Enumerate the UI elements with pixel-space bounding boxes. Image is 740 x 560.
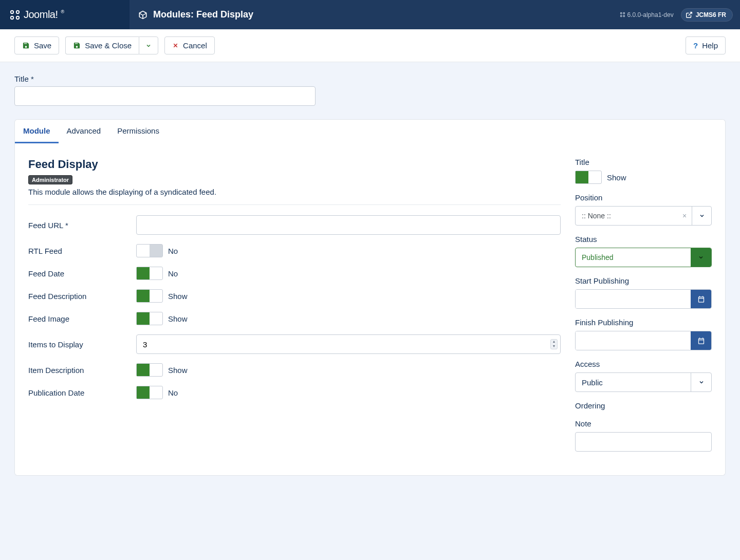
feed-date-text: No: [168, 269, 178, 278]
start-pub-input[interactable]: [576, 290, 691, 308]
page-title-area: Modules: Feed Display: [130, 9, 620, 20]
rtl-feed-label: RTL Feed: [28, 247, 136, 255]
divider: [28, 204, 561, 205]
finish-pub-field: [575, 331, 712, 350]
item-desc-text: Show: [168, 366, 188, 375]
external-link-icon: [686, 11, 693, 18]
finish-pub-calendar-button[interactable]: [691, 331, 711, 350]
module-heading: Feed Display: [28, 158, 561, 171]
help-icon: ?: [693, 41, 698, 50]
app-header: Joomla! ® Modules: Feed Display 6.0.0-al…: [0, 0, 740, 29]
page-title: Modules: Feed Display: [153, 9, 253, 20]
feed-url-label: Feed URL *: [28, 221, 136, 230]
help-label: Help: [702, 41, 718, 50]
ordering-label: Ordering: [575, 401, 712, 410]
version-text: 6.0.0-alpha1-dev: [627, 11, 674, 18]
row-items: Items to Display ▲▼: [28, 334, 561, 354]
pub-date-label: Publication Date: [28, 388, 136, 397]
row-feed-image: Feed Image Show: [28, 312, 561, 325]
side-title-switch[interactable]: [575, 171, 602, 184]
save-close-dropdown[interactable]: [139, 36, 158, 54]
module-description: This module allows the displaying of a s…: [28, 188, 561, 196]
feed-desc-switch[interactable]: [136, 289, 163, 303]
version-indicator[interactable]: 6.0.0-alpha1-dev: [620, 11, 674, 18]
feed-desc-text: Show: [168, 292, 188, 301]
pub-date-switch[interactable]: [136, 386, 163, 399]
item-desc-label: Item Description: [28, 366, 136, 375]
side-note: Note: [575, 419, 712, 452]
status-select[interactable]: Published: [575, 248, 712, 267]
svg-point-6: [620, 15, 622, 17]
stepper-up-icon: ▲: [551, 340, 557, 344]
feed-date-switch[interactable]: [136, 267, 163, 280]
rtl-feed-switch[interactable]: [136, 244, 163, 257]
svg-point-3: [16, 16, 20, 19]
user-menu[interactable]: JCMS6 FR: [681, 8, 733, 22]
side-access: Access Public: [575, 360, 712, 392]
brand-logo[interactable]: Joomla! ®: [9, 9, 64, 21]
start-pub-calendar-button[interactable]: [691, 290, 711, 308]
feed-image-switch[interactable]: [136, 312, 163, 325]
save-label: Save: [34, 41, 51, 50]
side-ordering: Ordering: [575, 401, 712, 410]
header-right: 6.0.0-alpha1-dev JCMS6 FR: [620, 8, 740, 22]
side-title-label: Title: [575, 158, 712, 166]
save-icon: [22, 42, 30, 49]
brand-reg: ®: [61, 9, 65, 14]
svg-line-8: [688, 12, 691, 15]
brand-area: Joomla! ®: [0, 0, 130, 29]
side-column: Title Show Position :: None :: × Status …: [575, 158, 712, 461]
content-area: Title * Module Advanced Permissions Feed…: [0, 62, 740, 488]
chevron-down-icon: [691, 373, 711, 391]
joomla-small-icon: [620, 12, 625, 17]
items-label: Items to Display: [28, 340, 136, 349]
row-rtl-feed: RTL Feed No: [28, 244, 561, 257]
access-select[interactable]: Public: [575, 372, 712, 392]
help-button[interactable]: ? Help: [686, 36, 726, 54]
cube-icon: [138, 10, 148, 20]
module-panel: Feed Display Administrator This module a…: [14, 143, 726, 476]
side-finish-pub: Finish Publishing: [575, 318, 712, 350]
stepper-down-icon: ▼: [551, 344, 557, 349]
save-close-group: Save & Close: [65, 36, 158, 54]
item-desc-switch[interactable]: [136, 363, 163, 377]
access-label: Access: [575, 360, 712, 368]
note-input[interactable]: [575, 432, 712, 452]
note-label: Note: [575, 419, 712, 428]
svg-point-5: [623, 12, 624, 14]
user-name: JCMS6 FR: [696, 11, 726, 18]
cancel-label: Cancel: [183, 41, 207, 50]
position-clear-icon[interactable]: ×: [682, 207, 692, 225]
start-pub-label: Start Publishing: [575, 276, 712, 285]
status-label: Status: [575, 235, 712, 244]
cancel-button[interactable]: Cancel: [164, 36, 215, 54]
side-title-text: Show: [607, 173, 626, 182]
feed-image-text: Show: [168, 314, 188, 323]
items-input[interactable]: [136, 334, 561, 354]
start-pub-field: [575, 289, 712, 309]
save-close-label: Save & Close: [85, 41, 132, 50]
save-close-button[interactable]: Save & Close: [65, 36, 139, 54]
position-select[interactable]: :: None :: ×: [575, 206, 712, 226]
feed-url-input[interactable]: [136, 215, 561, 235]
row-feed-url: Feed URL *: [28, 215, 561, 235]
title-input[interactable]: [14, 86, 316, 106]
finish-pub-label: Finish Publishing: [575, 318, 712, 327]
feed-date-label: Feed Date: [28, 269, 136, 278]
row-feed-date: Feed Date No: [28, 267, 561, 280]
svg-point-2: [11, 16, 14, 19]
chevron-down-icon: [691, 248, 711, 267]
save-button[interactable]: Save: [14, 36, 59, 54]
tab-permissions[interactable]: Permissions: [109, 120, 168, 143]
svg-point-4: [620, 12, 622, 14]
rtl-feed-text: No: [168, 247, 178, 255]
finish-pub-input[interactable]: [576, 331, 691, 350]
row-item-desc: Item Description Show: [28, 363, 561, 377]
feed-image-label: Feed Image: [28, 314, 136, 323]
chevron-down-icon: [145, 43, 152, 49]
items-stepper[interactable]: ▲▼: [550, 339, 558, 349]
tab-module[interactable]: Module: [15, 120, 59, 143]
items-input-wrap: ▲▼: [136, 334, 561, 354]
tab-advanced[interactable]: Advanced: [59, 120, 109, 143]
row-feed-desc: Feed Description Show: [28, 289, 561, 303]
